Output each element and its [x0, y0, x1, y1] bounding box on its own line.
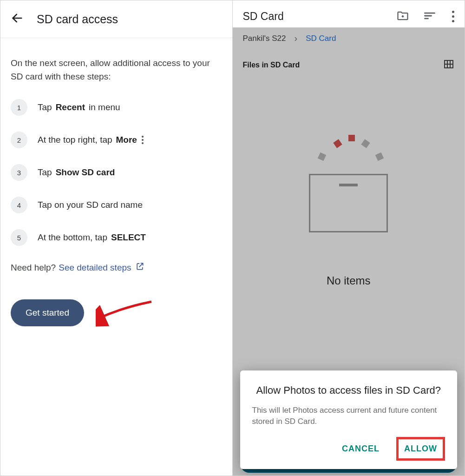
step-3: 3 Tap Show SD card	[11, 164, 222, 181]
page-title: SD Card	[243, 10, 397, 23]
dialog-body: This will let Photos access current and …	[252, 405, 445, 428]
step-5: 5 At the bottom, tap SELECT	[11, 229, 222, 246]
step-bold: Show SD card	[56, 167, 115, 178]
help-label: Need help?	[11, 263, 56, 273]
intro-text: On the next screen, allow additional acc…	[11, 57, 222, 83]
get-started-button[interactable]: Get started	[11, 299, 84, 326]
step-bold: SELECT	[111, 232, 146, 243]
back-arrow-icon[interactable]	[11, 12, 24, 26]
steps-list: 1 Tap Recent in menu 2 At the top right,…	[11, 99, 222, 246]
empty-state-text: No items	[297, 274, 400, 287]
permission-dialog: Allow Photos to access files in SD Card?…	[240, 370, 458, 469]
step-text: At the top right, tap	[38, 135, 112, 145]
annotation-highlight: ALLOW	[396, 437, 445, 461]
dialog-title: Allow Photos to access files in SD Card?	[252, 383, 445, 397]
step-text: Tap	[38, 102, 52, 112]
step-badge: 3	[11, 164, 27, 181]
step-text: At the bottom, tap	[38, 232, 107, 243]
empty-folder-icon	[309, 174, 388, 232]
step-4: 4 Tap on your SD card name	[11, 197, 222, 213]
help-link[interactable]: See detailed steps	[59, 262, 144, 273]
allow-button[interactable]: ALLOW	[400, 439, 441, 458]
new-folder-icon[interactable]	[396, 9, 409, 24]
step-badge: 5	[11, 229, 27, 246]
step-text: in menu	[89, 102, 120, 112]
cancel-button[interactable]: CANCEL	[338, 437, 383, 461]
step-1: 1 Tap Recent in menu	[11, 99, 222, 116]
sd-access-screen: SD card access On the next screen, allow…	[0, 0, 233, 476]
page-title: SD card access	[37, 13, 118, 26]
step-bold: More	[116, 135, 137, 145]
files-section-header: Files in SD Card	[243, 61, 300, 69]
step-badge: 1	[11, 99, 27, 116]
step-badge: 2	[11, 132, 27, 148]
step-bold: Recent	[56, 102, 85, 112]
sort-icon[interactable]	[423, 9, 436, 24]
header-bar: SD card access	[0, 0, 232, 38]
grid-view-icon[interactable]	[443, 59, 454, 72]
breadcrumb-root[interactable]: Pankil's S22	[243, 34, 286, 43]
breadcrumb: Pankil's S22 › SD Card	[233, 27, 465, 46]
file-picker-screen: SD Card Pankil's S22 › SD Card Files in …	[233, 0, 465, 476]
chevron-right-icon: ›	[295, 33, 298, 44]
external-link-icon	[135, 262, 144, 273]
breadcrumb-current: SD Card	[306, 34, 336, 43]
step-text: Tap	[38, 167, 52, 178]
header-bar: SD Card	[233, 0, 465, 28]
more-vert-icon	[142, 136, 144, 144]
loading-dots-icon	[297, 132, 400, 174]
svg-rect-6	[445, 60, 453, 68]
step-text: Tap on your SD card name	[38, 200, 143, 210]
overflow-menu-icon[interactable]	[450, 9, 456, 24]
step-badge: 4	[11, 197, 27, 213]
step-2: 2 At the top right, tap More	[11, 132, 222, 148]
